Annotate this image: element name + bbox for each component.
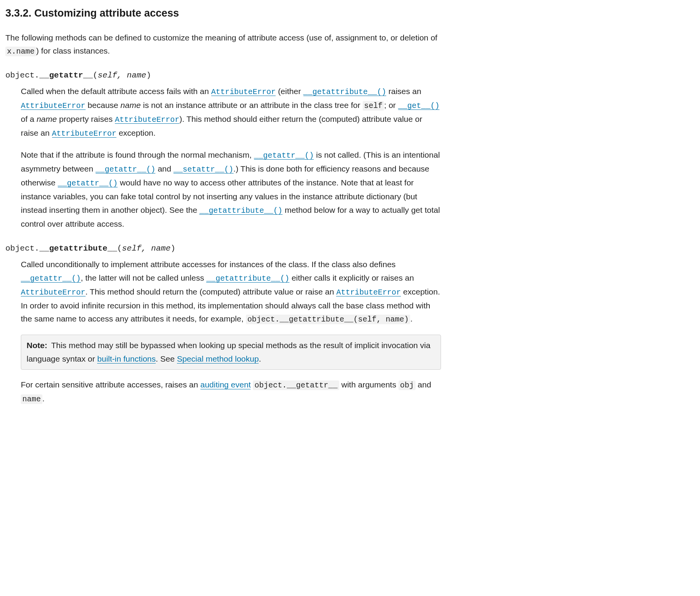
link-attributeerror[interactable]: AttributeError	[21, 287, 86, 296]
link-special-method-lookup[interactable]: Special method lookup	[177, 354, 259, 364]
sig-params: self, name	[98, 71, 146, 80]
link-getattribute[interactable]: __getattribute__()	[206, 273, 289, 283]
getattribute-paragraph-1: Called unconditionally to implement attr…	[21, 258, 441, 326]
param-name: name	[121, 101, 141, 109]
section-heading: 3.3.2. Customizing attribute access	[5, 5, 441, 22]
link-get[interactable]: __get__()	[398, 101, 440, 110]
intro-paragraph: The following methods can be defined to …	[5, 31, 441, 59]
sig-classname: object.	[5, 244, 39, 253]
sig-classname: object.	[5, 71, 39, 80]
link-getattr[interactable]: __getattr__()	[254, 150, 314, 160]
link-setattr[interactable]: __setattr__()	[173, 164, 234, 173]
intro-text-end: ) for class instances.	[36, 46, 110, 55]
code-obj: obj	[399, 380, 416, 390]
link-getattribute[interactable]: __getattribute__()	[303, 87, 386, 96]
sig-paren-open: (	[93, 71, 98, 80]
section-number: 3.3.2.	[5, 7, 32, 19]
getattr-description: Called when the default attribute access…	[21, 85, 441, 231]
sig-paren-open: (	[117, 244, 122, 253]
code-self: self	[363, 101, 384, 111]
link-auditing-event[interactable]: auditing event	[200, 380, 251, 389]
signature-getattribute: object.__getattribute__(self, name)	[5, 242, 441, 256]
getattribute-description: Called unconditionally to implement attr…	[21, 258, 441, 406]
link-getattr[interactable]: __getattr__()	[58, 178, 118, 187]
getattr-paragraph-2: Note that if the attribute is found thro…	[21, 148, 441, 231]
link-getattribute[interactable]: __getattribute__()	[199, 205, 282, 215]
link-attributeerror[interactable]: AttributeError	[211, 87, 276, 96]
link-attributeerror[interactable]: AttributeError	[21, 101, 86, 110]
code-name: name	[21, 394, 42, 404]
param-name: name	[37, 114, 57, 123]
sig-params: self, name	[122, 244, 170, 253]
code-xname: x.name	[5, 47, 36, 56]
getattr-paragraph-1: Called when the default attribute access…	[21, 85, 441, 140]
sig-methodname: __getattr__	[39, 71, 93, 80]
link-attributeerror[interactable]: AttributeError	[115, 114, 180, 124]
sig-methodname: __getattribute__	[39, 244, 117, 253]
link-attributeerror[interactable]: AttributeError	[336, 287, 401, 296]
code-audit-event: object.__getattr__	[253, 380, 339, 390]
intro-text: The following methods can be defined to …	[5, 33, 438, 42]
sig-paren-close: )	[171, 244, 176, 253]
note-admonition: Note:This method may still be bypassed w…	[21, 335, 441, 370]
signature-getattr: object.__getattr__(self, name)	[5, 69, 441, 82]
code-base-call: object.__getattribute__(self, name)	[246, 315, 411, 324]
getattribute-paragraph-2: For certain sensitive attribute accesses…	[21, 378, 441, 406]
link-attributeerror[interactable]: AttributeError	[52, 128, 117, 138]
section-title-text: Customizing attribute access	[34, 7, 179, 19]
sig-paren-close: )	[146, 71, 151, 80]
link-getattr[interactable]: __getattr__()	[21, 273, 81, 283]
link-builtin-functions[interactable]: built-in functions	[97, 354, 156, 364]
note-label: Note:	[27, 341, 47, 350]
link-getattr[interactable]: __getattr__()	[96, 164, 156, 173]
